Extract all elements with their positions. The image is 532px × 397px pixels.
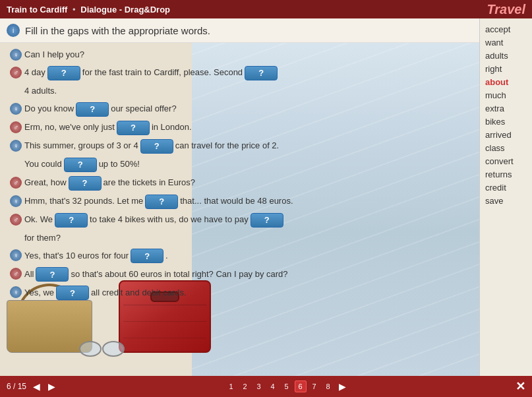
gap-btn-8-1[interactable]: ? bbox=[55, 213, 88, 228]
gap-btn-6-1[interactable]: ? bbox=[69, 176, 102, 191]
nav-arrows: ◀ ▶ bbox=[30, 381, 58, 392]
page-num-6[interactable]: 6 bbox=[295, 381, 307, 392]
word-list-sidebar: accept want adults right about much extr… bbox=[479, 18, 532, 376]
gap-btn-4-1[interactable]: ? bbox=[117, 121, 150, 135]
dialogue-line-5-cont: You could ? up to 50%! bbox=[10, 158, 469, 172]
next-arrow[interactable]: ▶ bbox=[45, 381, 58, 392]
title-bar: Train to Cardiff • Dialogue - Drag&Drop … bbox=[0, 0, 532, 18]
instruction-icon: i bbox=[7, 24, 20, 37]
lesson-title: Train to Cardiff bbox=[7, 5, 67, 15]
page-num-2[interactable]: 2 bbox=[239, 381, 251, 392]
dialogue-line-7: ♀ Hmm, that's 32 pounds. Let me ? that..… bbox=[10, 195, 469, 209]
dialogue-text-5-cont: You could ? up to 50%! bbox=[24, 158, 469, 172]
word-item-convert[interactable]: convert bbox=[484, 156, 528, 167]
dialogue-text-2-cont: 4 adults. bbox=[24, 84, 469, 98]
dialogue-text-10: All ? so that's about 60 euros in total … bbox=[24, 267, 469, 282]
gap-btn-10-1[interactable]: ? bbox=[36, 267, 69, 282]
text-2-cont: 4 adults. bbox=[24, 84, 57, 98]
dialogue-text-2: 4 day ? for the fast train to Cardiff, p… bbox=[24, 66, 469, 80]
speaker-icon-b-6: ♂ bbox=[10, 177, 22, 189]
dialogue-text-4: Erm, no, we've only just ? in London. bbox=[24, 121, 469, 135]
gap-btn-2-1[interactable]: ? bbox=[47, 66, 80, 80]
gap-btn-7-1[interactable]: ? bbox=[145, 195, 178, 209]
word-item-much[interactable]: much bbox=[484, 90, 528, 101]
page-num-5[interactable]: 5 bbox=[281, 381, 293, 392]
instruction-bar: i Fill in the gaps with the appropriate … bbox=[0, 18, 479, 43]
text-10-2: so that's about 60 euros in total right?… bbox=[71, 268, 287, 282]
dialogue-text-6: Great, how ? are the tickets in Euros? bbox=[24, 176, 469, 191]
close-button[interactable]: ✕ bbox=[516, 379, 525, 394]
gap-btn-3-1[interactable]: ? bbox=[76, 102, 109, 117]
separator: • bbox=[73, 5, 76, 15]
text-2-2: for the fast train to Cardiff, please. S… bbox=[82, 66, 243, 80]
page-num-4[interactable]: 4 bbox=[267, 381, 279, 392]
app-container: Train to Cardiff • Dialogue - Drag&Drop … bbox=[0, 0, 532, 397]
word-item-class[interactable]: class bbox=[484, 142, 528, 154]
gap-btn-8-2[interactable]: ? bbox=[251, 213, 283, 228]
dialogue-area: ♀ Can I help you? ♂ 4 day ? for the fast… bbox=[0, 43, 479, 334]
prev-arrow[interactable]: ◀ bbox=[30, 381, 43, 392]
gap-btn-9-1[interactable]: ? bbox=[131, 249, 163, 263]
brand-label: Travel bbox=[487, 2, 525, 17]
dialogue-line-1: ♀ Can I help you? bbox=[10, 48, 469, 62]
speaker-icon-a-7: ♀ bbox=[10, 195, 22, 207]
word-item-extra[interactable]: extra bbox=[484, 103, 528, 114]
word-item-save[interactable]: save bbox=[484, 195, 528, 206]
word-item-credit[interactable]: credit bbox=[484, 182, 528, 193]
gap-btn-5-2[interactable]: ? bbox=[64, 158, 97, 172]
lesson-subtitle: Dialogue - Drag&Drop bbox=[80, 5, 170, 15]
gap-btn-11-1[interactable]: ? bbox=[56, 286, 89, 300]
page-num-1[interactable]: 1 bbox=[225, 381, 237, 392]
text-7-2: that... that would be 48 euros. bbox=[180, 195, 293, 208]
text-11-2: all credit and debit cards. bbox=[91, 286, 187, 300]
page-info: 6 / 15 ◀ ▶ bbox=[7, 381, 58, 392]
instruction-text: Fill in the gaps with the appropriate wo… bbox=[25, 25, 210, 36]
text-5-cont2: up to 50%! bbox=[99, 158, 140, 171]
page-label: 6 / 15 bbox=[7, 382, 26, 391]
word-item-arrived[interactable]: arrived bbox=[484, 129, 528, 140]
page-numbers: 1 2 3 4 5 6 7 8 ▶ bbox=[225, 381, 349, 392]
gap-btn-5-1[interactable]: ? bbox=[140, 139, 173, 154]
text-9-2: . bbox=[165, 249, 168, 263]
glasses-decoration bbox=[79, 338, 132, 351]
text-3-2: our special offer? bbox=[111, 102, 177, 116]
word-item-accept[interactable]: accept bbox=[484, 24, 528, 35]
text-5-2: can travel for the price of 2. bbox=[175, 139, 280, 153]
speaker-icon-b: ♂ bbox=[10, 67, 22, 78]
page-num-7[interactable]: 7 bbox=[309, 381, 320, 392]
text-5-1: This summer, groups of 3 or 4 bbox=[24, 139, 138, 153]
dialogue-line-5: ♀ This summer, groups of 3 or 4 ? can tr… bbox=[10, 139, 469, 154]
main-area: i Fill in the gaps with the appropriate … bbox=[0, 18, 532, 376]
page-next-arrow[interactable]: ▶ bbox=[336, 381, 349, 392]
text-3-1: Do you know bbox=[24, 102, 74, 116]
text-11-1: Yes, we bbox=[24, 286, 54, 300]
gap-btn-2-2[interactable]: ? bbox=[245, 66, 278, 80]
text-8-1: Ok. We bbox=[24, 213, 53, 227]
title-bar-left: Train to Cardiff • Dialogue - Drag&Drop bbox=[7, 5, 170, 15]
speaker-icon-a-5: ♀ bbox=[10, 140, 22, 152]
speaker-icon-a-3: ♀ bbox=[10, 103, 22, 115]
text-5-cont1: You could bbox=[24, 158, 62, 171]
page-num-8[interactable]: 8 bbox=[322, 381, 334, 392]
text-2-1: 4 day bbox=[24, 66, 45, 80]
bottom-bar: 6 / 15 ◀ ▶ 1 2 3 4 5 6 7 8 ▶ ✕ bbox=[0, 376, 532, 397]
dialogue-text-7: Hmm, that's 32 pounds. Let me ? that... … bbox=[24, 195, 469, 209]
speaker-icon-b-4: ♂ bbox=[10, 121, 22, 133]
dialogue-text-8: Ok. We ? to take 4 bikes with us, do we … bbox=[24, 213, 469, 228]
text-4-1: Erm, no, we've only just bbox=[24, 121, 115, 135]
word-item-about[interactable]: about bbox=[484, 76, 528, 88]
speaker-icon-a: ♀ bbox=[10, 49, 22, 61]
word-item-right[interactable]: right bbox=[484, 63, 528, 75]
word-item-want[interactable]: want bbox=[484, 37, 528, 48]
word-item-returns[interactable]: returns bbox=[484, 169, 528, 180]
text-1-1: Can I help you? bbox=[24, 48, 84, 62]
page-num-3[interactable]: 3 bbox=[253, 381, 265, 392]
dialogue-line-10: ♂ All ? so that's about 60 euros in tota… bbox=[10, 267, 469, 282]
text-8-2: to take 4 bikes with us, do we have to p… bbox=[90, 213, 249, 227]
dialogue-line-8-cont: for them? bbox=[10, 231, 469, 245]
speaker-icon-a-11: ♀ bbox=[10, 286, 22, 298]
word-item-adults[interactable]: adults bbox=[484, 50, 528, 61]
dialogue-text-8-cont: for them? bbox=[24, 231, 469, 245]
text-10-1: All bbox=[24, 268, 34, 282]
word-item-bikes[interactable]: bikes bbox=[484, 116, 528, 127]
